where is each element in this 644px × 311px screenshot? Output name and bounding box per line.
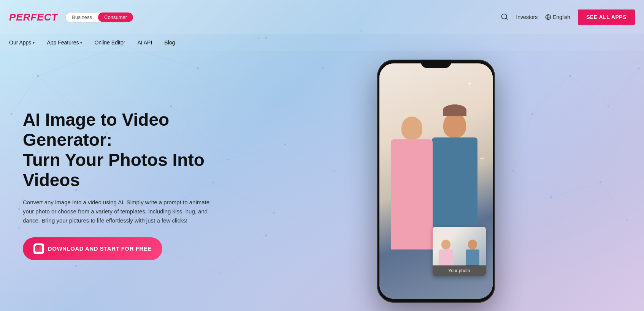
phone-notch bbox=[421, 60, 451, 68]
female-person bbox=[387, 117, 436, 299]
chevron-down-icon: ▾ bbox=[80, 41, 82, 45]
chevron-down-icon: ▾ bbox=[33, 41, 35, 45]
male-hair bbox=[443, 104, 466, 116]
phone-screen: + + bbox=[379, 63, 493, 299]
male-head bbox=[443, 113, 466, 137]
your-photo-thumbnail: Your photo bbox=[433, 227, 486, 276]
your-photo-label: Your photo bbox=[433, 265, 486, 276]
nav-app-features[interactable]: App Features ▾ bbox=[47, 39, 82, 46]
svg-line-61 bbox=[506, 18, 508, 19]
header-left: PERFECT Business Consumer bbox=[9, 11, 133, 23]
phone-mockup: + + bbox=[377, 60, 495, 303]
nav-online-editor[interactable]: Online Editor bbox=[94, 39, 125, 46]
cta-label: DOWNLOAD AND START FOR FREE bbox=[48, 245, 152, 252]
logo[interactable]: PERFECT bbox=[9, 11, 58, 23]
language-label: English bbox=[553, 14, 570, 20]
mode-toggle: Business Consumer bbox=[65, 12, 133, 22]
thumb-female bbox=[439, 240, 453, 266]
main-content: AI Image to Video Generator: Turn Your P… bbox=[0, 51, 644, 311]
nav-blog[interactable]: Blog bbox=[164, 39, 175, 46]
hero-section: AI Image to Video Generator: Turn Your P… bbox=[23, 102, 251, 260]
female-head bbox=[401, 117, 422, 139]
phone-showcase: + + bbox=[251, 60, 621, 303]
hero-title-line2: Turn Your Photos Into Videos bbox=[23, 150, 205, 190]
consumer-toggle[interactable]: Consumer bbox=[98, 13, 133, 22]
language-button[interactable]: English bbox=[545, 14, 570, 20]
nav-our-apps[interactable]: Our Apps ▾ bbox=[9, 39, 35, 46]
couple-image: + + bbox=[379, 63, 493, 299]
header: PERFECT Business Consumer Investors Engl… bbox=[0, 0, 644, 34]
thumb-male bbox=[466, 240, 479, 266]
crosshair-2: + bbox=[480, 155, 484, 163]
investors-link[interactable]: Investors bbox=[516, 14, 538, 20]
hero-description: Convert any image into a video using AI.… bbox=[23, 198, 220, 225]
business-toggle[interactable]: Business bbox=[66, 13, 98, 22]
crosshair-1: + bbox=[467, 79, 472, 88]
nav-ai-api[interactable]: AI API bbox=[137, 39, 152, 46]
see-all-apps-button[interactable]: SEE ALL APPS bbox=[578, 9, 635, 25]
download-cta-button[interactable]: DOWNLOAD AND START FOR FREE bbox=[23, 237, 162, 260]
hero-title-line1: AI Image to Video Generator: bbox=[23, 110, 169, 150]
nav-app-features-label: App Features bbox=[47, 39, 79, 46]
thumbnail-image bbox=[433, 227, 486, 266]
search-icon bbox=[501, 13, 508, 21]
hero-title: AI Image to Video Generator: Turn Your P… bbox=[23, 110, 251, 190]
search-button[interactable] bbox=[501, 13, 508, 22]
app-icon-inner bbox=[35, 245, 42, 252]
globe-icon bbox=[545, 14, 551, 20]
app-icon bbox=[33, 243, 44, 254]
header-right: Investors English SEE ALL APPS bbox=[501, 9, 635, 25]
nav-our-apps-label: Our Apps bbox=[9, 39, 31, 46]
female-body bbox=[391, 139, 433, 249]
navigation: Our Apps ▾ App Features ▾ Online Editor … bbox=[0, 34, 644, 51]
